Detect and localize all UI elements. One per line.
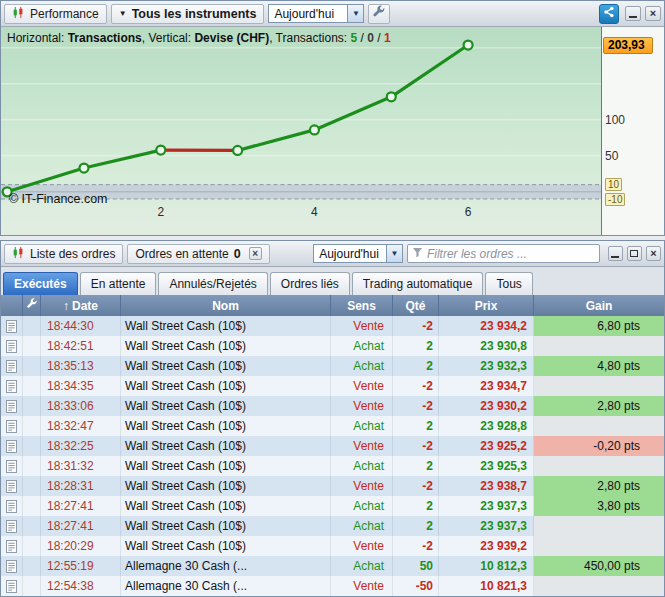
table-row[interactable]: 18:31:32Wall Street Cash (10$)Achat223 9…	[1, 456, 664, 476]
dropdown-arrow-icon[interactable]: ▼	[347, 5, 363, 22]
order-price: 23 930,2	[439, 396, 534, 416]
orders-period-select[interactable]: Aujourd'hui ▼	[313, 244, 403, 263]
table-row[interactable]: 18:33:06Wall Street Cash (10$)Vente-223 …	[1, 396, 664, 416]
order-tabs: ExécutésEn attenteAnnulés/RejetésOrdres …	[1, 267, 664, 295]
close-button[interactable]: ×	[645, 6, 661, 21]
order-qty: 2	[393, 416, 439, 436]
tab-en-attente[interactable]: En attente	[80, 272, 157, 295]
header-qte[interactable]: Qté	[393, 295, 439, 316]
order-time: 12:55:19	[41, 556, 121, 576]
order-note-icon[interactable]	[1, 396, 23, 416]
candlestick-chart-icon	[12, 6, 25, 22]
order-price: 23 925,2	[439, 436, 534, 456]
minimize-button[interactable]	[625, 6, 641, 21]
header-date[interactable]: ↑ Date	[41, 295, 121, 316]
order-note-icon[interactable]	[1, 336, 23, 356]
horizontal-label: Horizontal:	[7, 31, 68, 45]
order-settings-cell	[23, 516, 41, 536]
order-name: Wall Street Cash (10$)	[121, 436, 331, 456]
table-row[interactable]: 18:32:47Wall Street Cash (10$)Achat223 9…	[1, 416, 664, 436]
order-settings-cell	[23, 376, 41, 396]
order-name: Wall Street Cash (10$)	[121, 356, 331, 376]
order-time: 18:27:41	[41, 496, 121, 516]
performance-period-select[interactable]: Aujourd'hui ▼	[268, 4, 364, 23]
order-gain	[534, 416, 664, 436]
table-row[interactable]: 18:27:41Wall Street Cash (10$)Achat223 9…	[1, 496, 664, 516]
order-gain	[534, 536, 664, 556]
table-row[interactable]: 18:35:13Wall Street Cash (10$)Achat223 9…	[1, 356, 664, 376]
order-time: 18:34:35	[41, 376, 121, 396]
order-price: 10 812,3	[439, 556, 534, 576]
table-row[interactable]: 18:44:30Wall Street Cash (10$)Vente-223 …	[1, 316, 664, 336]
orders-title-segment[interactable]: Liste des ordres	[4, 244, 123, 264]
order-qty: -2	[393, 436, 439, 456]
sort-ascending-icon: ↑	[63, 299, 69, 313]
performance-chart[interactable]: 246© IT-Finance.com Horizontal: Transact…	[1, 27, 602, 235]
tab-annul-s-rejet-s[interactable]: Annulés/Rejetés	[158, 272, 267, 295]
order-note-icon[interactable]	[1, 576, 23, 596]
table-row[interactable]: 18:34:35Wall Street Cash (10$)Vente-223 …	[1, 376, 664, 396]
tab-trading-automatique[interactable]: Trading automatique	[352, 272, 484, 295]
order-note-icon[interactable]	[1, 456, 23, 476]
table-row[interactable]: 18:20:29Wall Street Cash (10$)Vente-223 …	[1, 536, 664, 556]
pending-orders-tab[interactable]: Ordres en attente 0 ×	[127, 244, 269, 264]
wrench-icon	[26, 298, 38, 313]
order-qty: 2	[393, 356, 439, 376]
order-note-icon[interactable]	[1, 496, 23, 516]
maximize-button[interactable]	[627, 246, 642, 261]
table-row[interactable]: 12:54:38Allemagne 30 Cash (...Vente-5010…	[1, 576, 664, 596]
pending-close-button[interactable]: ×	[249, 247, 262, 260]
tab-ex-cut-s[interactable]: Exécutés	[3, 272, 78, 295]
header-prix[interactable]: Prix	[439, 295, 534, 316]
table-row[interactable]: 18:27:41Wall Street Cash (10$)Achat223 9…	[1, 516, 664, 536]
performance-title-segment[interactable]: Performance	[4, 4, 107, 24]
share-button[interactable]	[599, 4, 619, 24]
table-row[interactable]: 18:28:31Wall Street Cash (10$)Vente-223 …	[1, 476, 664, 496]
order-name: Wall Street Cash (10$)	[121, 336, 331, 356]
order-price: 23 937,3	[439, 516, 534, 536]
order-time: 18:20:29	[41, 536, 121, 556]
minimize-button[interactable]	[608, 246, 623, 261]
header-sens[interactable]: Sens	[331, 295, 393, 316]
order-time: 18:31:32	[41, 456, 121, 476]
order-note-icon[interactable]	[1, 416, 23, 436]
order-price: 23 934,7	[439, 376, 534, 396]
order-side: Vente	[331, 536, 393, 556]
pending-orders-count: 0	[234, 247, 241, 261]
order-filter-box[interactable]	[407, 244, 600, 263]
chart-settings-button[interactable]	[368, 4, 390, 24]
tab-ordres-li-s[interactable]: Ordres liés	[270, 272, 350, 295]
instrument-selector[interactable]: ▼ Tous les instruments	[111, 4, 265, 24]
order-settings-cell	[23, 396, 41, 416]
order-qty: 2	[393, 496, 439, 516]
order-note-icon[interactable]	[1, 556, 23, 576]
order-note-icon[interactable]	[1, 536, 23, 556]
table-row[interactable]: 12:55:19Allemagne 30 Cash (...Achat5010 …	[1, 556, 664, 576]
order-note-icon[interactable]	[1, 436, 23, 456]
transactions-losses: 1	[384, 31, 391, 45]
order-gain	[534, 456, 664, 476]
table-row[interactable]: 18:32:25Wall Street Cash (10$)Vente-223 …	[1, 436, 664, 456]
order-filter-input[interactable]	[427, 246, 595, 261]
table-row[interactable]: 18:42:51Wall Street Cash (10$)Achat223 9…	[1, 336, 664, 356]
order-note-icon[interactable]	[1, 356, 23, 376]
order-settings-cell	[23, 556, 41, 576]
y-axis-label: -10	[605, 193, 625, 206]
order-note-icon[interactable]	[1, 376, 23, 396]
order-time: 18:33:06	[41, 396, 121, 416]
order-settings-cell	[23, 476, 41, 496]
header-nom[interactable]: Nom	[121, 295, 331, 316]
close-button[interactable]: ×	[646, 246, 661, 261]
order-note-icon[interactable]	[1, 316, 23, 336]
order-note-icon[interactable]	[1, 476, 23, 496]
order-note-icon[interactable]	[1, 516, 23, 536]
order-price: 23 925,3	[439, 456, 534, 476]
order-time: 12:54:38	[41, 576, 121, 596]
tab-tous[interactable]: Tous	[485, 272, 532, 295]
header-gain[interactable]: Gain	[534, 295, 664, 316]
chevron-down-icon: ▼	[119, 9, 127, 18]
order-price: 23 932,3	[439, 356, 534, 376]
header-settings-column[interactable]	[23, 295, 41, 316]
dropdown-arrow-icon[interactable]: ▼	[386, 245, 402, 262]
x-tick-label: 6	[465, 205, 472, 219]
